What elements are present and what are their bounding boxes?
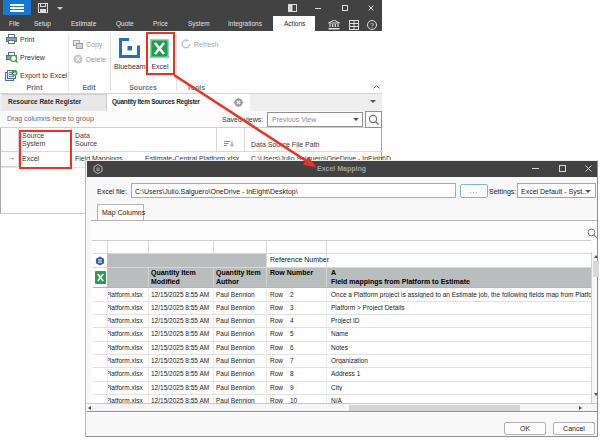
svg-text:?: ?	[370, 22, 374, 29]
